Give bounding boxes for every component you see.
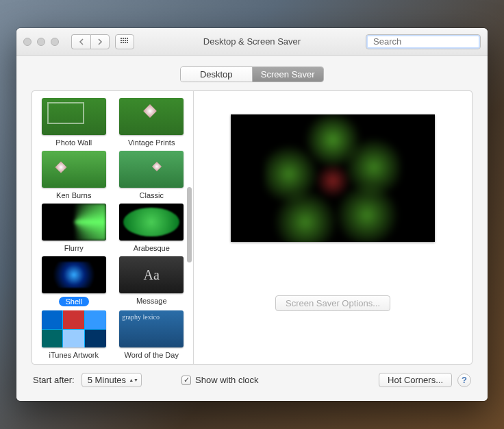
saver-label: Vintage Prints xyxy=(128,138,175,147)
thumbnail-icon xyxy=(42,310,106,347)
scrollbar-thumb[interactable] xyxy=(187,187,192,262)
thumbnail-icon xyxy=(42,256,106,293)
back-button[interactable] xyxy=(71,34,90,49)
main-panel: Photo Wall Vintage Prints Ken Burns Clas… xyxy=(32,90,473,365)
thumbnail-icon xyxy=(42,151,106,188)
saver-word-of-the-day[interactable]: graphy lexico Word of the Day xyxy=(116,310,188,359)
checkbox-icon: ✓ xyxy=(181,376,191,385)
start-after-label: Start after: xyxy=(33,375,75,385)
saver-label: Ken Burns xyxy=(56,191,91,199)
saver-label: Photo Wall xyxy=(55,138,92,147)
thumbnail-icon xyxy=(42,98,106,135)
saver-vintage-prints[interactable]: Vintage Prints xyxy=(116,98,188,147)
bottom-bar: Start after: 5 Minutes ▲▼ ✓ Show with cl… xyxy=(32,373,473,387)
saver-grid[interactable]: Photo Wall Vintage Prints Ken Burns Clas… xyxy=(32,91,193,364)
saver-label: Word of the Day xyxy=(125,351,179,359)
saver-photo-wall[interactable]: Photo Wall xyxy=(38,98,110,147)
search-input[interactable] xyxy=(373,36,488,47)
thumbnail-icon: graphy lexico xyxy=(119,310,184,347)
thumbnail-icon xyxy=(119,151,184,188)
saver-message[interactable]: Aa Message xyxy=(116,256,188,306)
saver-classic[interactable]: Classic xyxy=(116,151,188,199)
saver-itunes-artwork[interactable]: iTunes Artwork xyxy=(38,310,110,359)
thumbnail-icon xyxy=(42,204,106,241)
saver-preview[interactable] xyxy=(231,114,435,242)
help-button[interactable]: ? xyxy=(457,373,471,387)
tab-screen-saver[interactable]: Screen Saver xyxy=(252,67,324,82)
minimize-icon[interactable] xyxy=(37,38,45,46)
hot-corners-button[interactable]: Hot Corners... xyxy=(379,373,452,387)
thumbnail-icon: Aa xyxy=(119,256,184,293)
saver-flurry[interactable]: Flurry xyxy=(38,204,110,252)
close-icon[interactable] xyxy=(23,38,32,46)
screen-saver-options-button[interactable]: Screen Saver Options... xyxy=(275,295,390,311)
saver-ken-burns[interactable]: Ken Burns xyxy=(38,151,110,199)
thumbnail-icon xyxy=(119,98,184,135)
show-all-button[interactable] xyxy=(115,34,134,49)
tab-group: Desktop Screen Saver xyxy=(180,66,324,82)
traffic-lights xyxy=(23,38,59,46)
saver-label: Message xyxy=(136,297,167,305)
thumbnail-icon xyxy=(119,204,184,241)
saver-label: Classic xyxy=(140,191,164,199)
saver-label: Shell xyxy=(59,297,89,306)
prefs-window: Desktop & Screen Saver Desktop Screen Sa… xyxy=(16,28,488,401)
saver-label: iTunes Artwork xyxy=(49,351,99,359)
stepper-arrows-icon: ▲▼ xyxy=(129,378,138,382)
saver-list-pane: Photo Wall Vintage Prints Ken Burns Clas… xyxy=(32,91,194,364)
content-area: Desktop Screen Saver Photo Wall Vintage … xyxy=(16,56,488,401)
start-after-value: 5 Minutes xyxy=(88,375,126,385)
titlebar: Desktop & Screen Saver xyxy=(16,28,488,56)
chevron-right-icon xyxy=(97,38,103,45)
grid-icon xyxy=(121,38,129,46)
chevron-left-icon xyxy=(79,38,84,45)
search-field[interactable] xyxy=(366,34,481,49)
saver-shell[interactable]: Shell xyxy=(38,256,110,306)
preview-pane: Screen Saver Options... xyxy=(194,91,472,364)
show-with-clock-checkbox[interactable]: ✓ Show with clock xyxy=(181,375,258,385)
zoom-icon[interactable] xyxy=(51,38,59,46)
saver-label: Arabesque xyxy=(134,244,170,252)
show-with-clock-label: Show with clock xyxy=(195,375,258,385)
forward-button[interactable] xyxy=(90,34,110,49)
saver-label: Flurry xyxy=(64,244,84,252)
tab-desktop[interactable]: Desktop xyxy=(181,67,252,82)
saver-arabesque[interactable]: Arabesque xyxy=(116,204,188,252)
start-after-select[interactable]: 5 Minutes ▲▼ xyxy=(81,373,142,387)
